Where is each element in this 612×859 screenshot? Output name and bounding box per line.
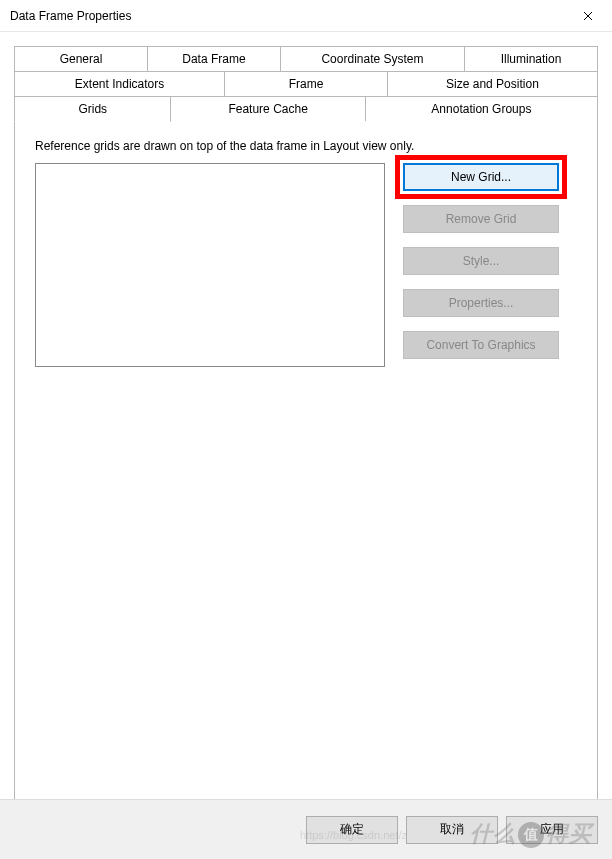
properties-button: Properties... <box>403 289 559 317</box>
tab-panel-grids: Reference grids are drawn on top of the … <box>14 121 598 821</box>
cancel-button[interactable]: 取消 <box>406 816 498 844</box>
dialog-footer: 确定 取消 应用 <box>0 799 612 859</box>
tab-general[interactable]: General <box>14 46 148 72</box>
style-button: Style... <box>403 247 559 275</box>
new-grid-button[interactable]: New Grid... <box>403 163 559 191</box>
tab-feature-cache[interactable]: Feature Cache <box>170 96 365 122</box>
grids-buttons-column: New Grid... Remove Grid Style... Propert… <box>403 163 559 359</box>
grids-description: Reference grids are drawn on top of the … <box>35 139 577 153</box>
tabs-container: General Data Frame Coordinate System Ill… <box>14 46 598 821</box>
tab-coordinate-system[interactable]: Coordinate System <box>280 46 465 72</box>
tab-size-position[interactable]: Size and Position <box>387 71 598 97</box>
ok-button[interactable]: 确定 <box>306 816 398 844</box>
window-title: Data Frame Properties <box>10 9 131 23</box>
apply-button[interactable]: 应用 <box>506 816 598 844</box>
tab-row-2: Extent Indicators Frame Size and Positio… <box>14 72 598 97</box>
tab-extent-indicators[interactable]: Extent Indicators <box>14 71 225 97</box>
dialog-content: General Data Frame Coordinate System Ill… <box>0 32 612 821</box>
convert-graphics-button: Convert To Graphics <box>403 331 559 359</box>
tab-row-3: Grids Feature Cache Annotation Groups <box>14 97 598 122</box>
close-icon <box>583 11 593 21</box>
tab-grids[interactable]: Grids <box>14 96 171 122</box>
titlebar: Data Frame Properties <box>0 0 612 32</box>
tab-annotation-groups[interactable]: Annotation Groups <box>365 96 598 122</box>
tab-data-frame[interactable]: Data Frame <box>147 46 281 72</box>
remove-grid-button: Remove Grid <box>403 205 559 233</box>
grids-layout: New Grid... Remove Grid Style... Propert… <box>35 163 577 367</box>
grids-listbox[interactable] <box>35 163 385 367</box>
tab-frame[interactable]: Frame <box>224 71 388 97</box>
close-button[interactable] <box>568 2 608 30</box>
tab-illumination[interactable]: Illumination <box>464 46 598 72</box>
tab-row-1: General Data Frame Coordinate System Ill… <box>14 46 598 72</box>
